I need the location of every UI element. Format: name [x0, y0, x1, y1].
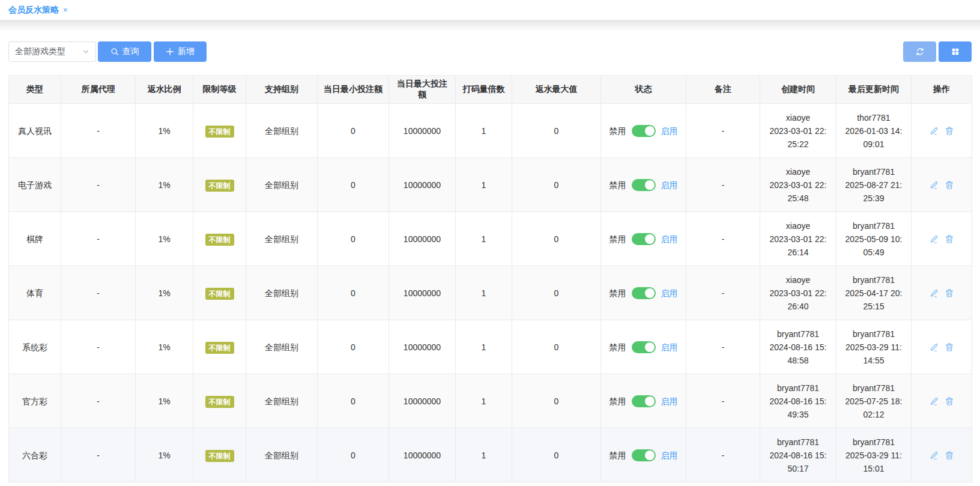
edit-icon[interactable]: [930, 126, 939, 136]
updated-by: bryant7781: [845, 219, 903, 232]
actions-wrap: [917, 234, 966, 244]
edit-icon[interactable]: [930, 288, 939, 298]
updated-at: 2026-01-03 14:09:01: [845, 124, 903, 151]
table-row: 系统彩-1%不限制全部组别01000000010禁用启用-bryant77812…: [9, 320, 972, 374]
column-header-10: 备注: [686, 76, 760, 104]
column-header-3: 限制等级: [193, 76, 246, 104]
limit-level-badge: 不限制: [205, 288, 234, 300]
cell-status: 禁用启用: [601, 158, 686, 212]
status-disable-label: 禁用: [609, 449, 626, 462]
status-toggle[interactable]: [632, 341, 656, 353]
created-at: 2023-03-01 22:26:40: [769, 287, 827, 313]
cell-wager-multiplier: 1: [456, 104, 512, 158]
created-by: bryant7781: [769, 381, 827, 395]
cell-rebate-ratio: 1%: [136, 320, 193, 374]
status-toggle[interactable]: [632, 233, 656, 245]
status-disable-label: 禁用: [609, 124, 626, 138]
edit-icon[interactable]: [930, 396, 939, 406]
updated-at: 2025-08-27 21:25:39: [845, 178, 903, 205]
cell-status: 禁用启用: [601, 104, 686, 158]
cell-created-time: xiaoye2023-03-01 22:25:22: [760, 104, 836, 158]
limit-level-badge: 不限制: [205, 450, 234, 462]
limit-level-badge: 不限制: [205, 342, 234, 354]
cell-daily-max-bet: 10000000: [389, 428, 456, 482]
cell-daily-max-bet: 10000000: [389, 320, 456, 374]
add-button[interactable]: 新增: [154, 41, 207, 62]
cell-agent: -: [61, 320, 136, 374]
delete-icon[interactable]: [945, 396, 954, 406]
status-toggle[interactable]: [632, 395, 656, 407]
cell-rebate-max: 0: [512, 266, 601, 320]
close-icon[interactable]: ×: [63, 6, 68, 14]
cell-updated-time: thor77812026-01-03 14:09:01: [836, 104, 912, 158]
status-disable-label: 禁用: [609, 232, 626, 246]
edit-icon[interactable]: [930, 234, 939, 244]
table-row: 六合彩-1%不限制全部组别01000000010禁用启用-bryant77812…: [9, 428, 972, 482]
delete-icon[interactable]: [945, 288, 954, 298]
cell-daily-max-bet: 10000000: [389, 158, 456, 212]
cell-created-time: bryant77812024-08-16 15:50:17: [760, 428, 836, 482]
query-button-label: 查询: [122, 46, 139, 57]
edit-icon[interactable]: [930, 180, 939, 190]
limit-level-badge: 不限制: [205, 396, 234, 408]
cell-rebate-max: 0: [512, 104, 601, 158]
column-header-7: 打码量倍数: [456, 76, 512, 104]
cell-limit-level: 不限制: [193, 428, 246, 482]
edit-icon[interactable]: [930, 451, 939, 460]
tab-member-rebate-strategy[interactable]: 会员反水策略 ×: [8, 5, 68, 16]
status-disable-label: 禁用: [609, 395, 626, 408]
cell-updated-time: bryant77812025-05-09 10:05:49: [836, 212, 912, 266]
status-toggle[interactable]: [632, 287, 656, 299]
created-by: xiaoye: [769, 111, 827, 124]
delete-icon[interactable]: [945, 451, 954, 460]
column-settings-button[interactable]: [939, 41, 972, 62]
edit-icon[interactable]: [930, 342, 939, 352]
status-wrap: 禁用启用: [606, 178, 680, 192]
cell-daily-max-bet: 10000000: [389, 266, 456, 320]
cell-type: 棋牌: [9, 212, 61, 266]
delete-icon[interactable]: [945, 126, 954, 136]
refresh-button[interactable]: [903, 41, 936, 62]
updated-by: bryant7781: [845, 381, 903, 395]
column-header-6: 当日最大投注额: [389, 76, 456, 104]
toolbar: 全部游戏类型 查询 新增: [8, 41, 972, 62]
cell-support-group: 全部组别: [246, 158, 318, 212]
updated-by: thor7781: [845, 111, 903, 124]
cell-wager-multiplier: 1: [456, 158, 512, 212]
cell-created-time: xiaoye2023-03-01 22:25:48: [760, 158, 836, 212]
created-by: bryant7781: [769, 436, 827, 449]
cell-daily-min-bet: 0: [318, 266, 389, 320]
status-toggle[interactable]: [632, 179, 656, 191]
cell-daily-min-bet: 0: [318, 212, 389, 266]
column-header-11: 创建时间: [760, 76, 836, 104]
created-at: 2024-08-16 15:48:58: [769, 341, 827, 367]
cell-wager-multiplier: 1: [456, 428, 512, 482]
grid-icon: [951, 47, 960, 56]
cell-type: 真人视讯: [9, 104, 61, 158]
cell-type: 六合彩: [9, 428, 61, 482]
cell-remark: -: [686, 374, 760, 428]
delete-icon[interactable]: [945, 180, 954, 190]
limit-level-badge: 不限制: [205, 126, 234, 138]
status-toggle[interactable]: [632, 125, 656, 137]
status-toggle[interactable]: [632, 449, 656, 461]
cell-wager-multiplier: 1: [456, 374, 512, 428]
query-button[interactable]: 查询: [98, 41, 151, 62]
cell-actions: [912, 374, 972, 428]
cell-limit-level: 不限制: [193, 104, 246, 158]
table-row: 真人视讯-1%不限制全部组别01000000010禁用启用-xiaoye2023…: [9, 104, 972, 158]
cell-updated-time: bryant77812025-03-29 11:14:55: [836, 320, 912, 374]
column-header-13: 操作: [912, 76, 972, 104]
status-wrap: 禁用启用: [606, 449, 680, 462]
cell-agent: -: [61, 212, 136, 266]
delete-icon[interactable]: [945, 342, 954, 352]
game-type-select[interactable]: 全部游戏类型: [8, 41, 96, 62]
column-header-0: 类型: [9, 76, 61, 104]
updated-by: bryant7781: [845, 436, 903, 449]
cell-rebate-max: 0: [512, 320, 601, 374]
delete-icon[interactable]: [945, 234, 954, 244]
cell-support-group: 全部组别: [246, 212, 318, 266]
cell-agent: -: [61, 428, 136, 482]
updated-by: bryant7781: [845, 273, 903, 287]
cell-support-group: 全部组别: [246, 266, 318, 320]
